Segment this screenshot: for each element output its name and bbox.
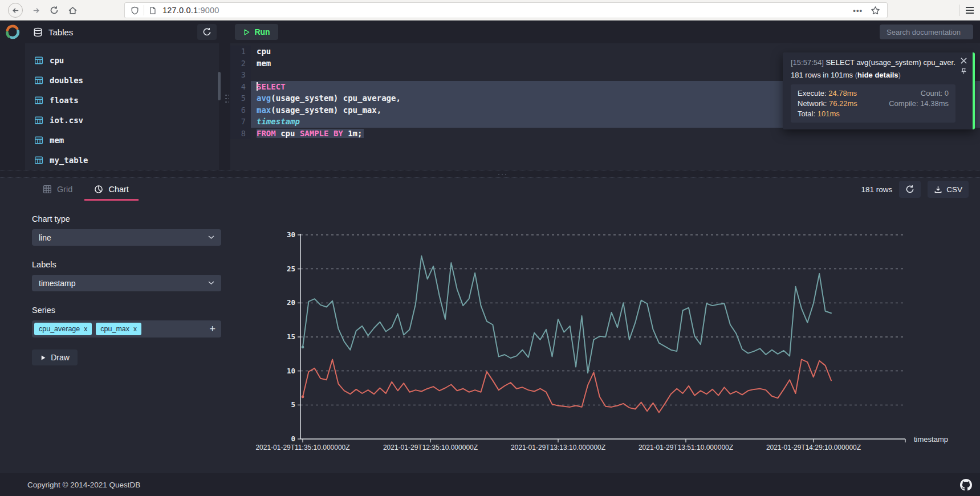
row-count: 181 rows — [861, 185, 892, 194]
results-chart: 0510152025302021-01-29T11:35:10.000000Z2… — [251, 211, 980, 462]
table-name: doubles — [50, 76, 83, 85]
svg-text:25: 25 — [287, 265, 295, 273]
chart-type-value: line — [39, 233, 51, 242]
app-footer: Copyright © 2014-2021 QuestDB — [0, 473, 980, 496]
metric-network: Network: 76.22ms — [798, 99, 857, 108]
browser-reload-button[interactable] — [47, 3, 62, 18]
query-notification-popup: [15:57:54] SELECT avg(usage_system) cpu_… — [783, 52, 975, 129]
table-icon — [34, 136, 43, 145]
metric-count: Count: 0 — [889, 89, 949, 97]
svg-text:0: 0 — [291, 434, 295, 443]
grid-icon — [43, 185, 52, 194]
table-icon — [34, 116, 43, 125]
table-icon — [34, 156, 43, 165]
results-header: Grid Chart 181 rows CSV — [0, 178, 980, 201]
table-item-cpu[interactable]: cpu — [25, 50, 219, 70]
table-item-mem[interactable]: mem — [25, 130, 219, 150]
chart-controls: Chart type line Labels timestamp Series … — [32, 214, 221, 365]
svg-text:2021-01-29T13:13:10.000000Z: 2021-01-29T13:13:10.000000Z — [511, 444, 605, 452]
table-item-my_table[interactable]: my_table — [25, 150, 219, 170]
notification-summary: 181 rows in 101ms (hide details) — [791, 71, 955, 79]
table-name: iot.csv — [50, 116, 83, 125]
svg-text:10: 10 — [287, 367, 295, 375]
tables-scrollbar[interactable] — [218, 72, 221, 100]
play-icon — [40, 355, 46, 361]
browser-forward-button[interactable] — [29, 3, 43, 18]
screen: 127.0.0.1:9000 ••• — [0, 0, 980, 496]
tab-chart[interactable]: Chart — [83, 178, 139, 201]
run-query-button[interactable]: Run — [235, 24, 278, 40]
url-port: :9000 — [198, 6, 219, 15]
svg-text:30: 30 — [287, 230, 295, 239]
search-documentation-input[interactable] — [880, 25, 973, 39]
github-link[interactable] — [960, 479, 972, 491]
svg-text:5: 5 — [291, 400, 295, 409]
close-icon[interactable] — [960, 57, 967, 64]
tables-panel-header: Tables — [25, 21, 221, 43]
notification-timestamp: [15:57:54] — [791, 58, 824, 67]
remove-series-icon[interactable]: x — [84, 325, 87, 333]
line-number: 4 — [230, 81, 251, 93]
table-item-iot.csv[interactable]: iot.csv — [25, 110, 219, 130]
page-actions-ellipsis-icon[interactable]: ••• — [853, 6, 863, 15]
browser-chrome: 127.0.0.1:9000 ••• — [0, 0, 980, 21]
download-icon — [934, 185, 942, 194]
horizontal-splitter[interactable] — [0, 170, 980, 178]
labels-select[interactable]: timestamp — [32, 275, 221, 291]
browser-menu-button[interactable] — [962, 3, 977, 18]
metric-execute: Execute: 24.78ms — [798, 89, 857, 97]
series-tag-cpu_max[interactable]: cpu_maxx — [96, 323, 141, 335]
svg-text:timestamp: timestamp — [914, 435, 948, 444]
tab-grid-label: Grid — [57, 185, 72, 194]
add-series-button[interactable]: + — [209, 324, 215, 334]
table-icon — [34, 96, 43, 105]
svg-text:15: 15 — [287, 332, 295, 341]
query-metrics-box: Execute: 24.78ms Network: 76.22ms Total:… — [791, 84, 955, 123]
browser-home-button[interactable] — [65, 3, 80, 18]
divider — [959, 5, 959, 16]
horizontal-splitter-handle[interactable] — [497, 173, 507, 177]
questdb-logo[interactable] — [0, 21, 25, 43]
line-number: 1 — [230, 46, 251, 58]
series-tags: cpu_averagexcpu_maxx — [34, 323, 141, 335]
download-csv-button[interactable]: CSV — [928, 181, 969, 198]
home-icon — [68, 6, 78, 15]
tab-grid[interactable]: Grid — [32, 178, 83, 201]
series-tag-label: cpu_average — [39, 325, 80, 333]
play-icon — [243, 29, 250, 36]
table-item-floats[interactable]: floats — [25, 90, 219, 110]
page-info-icon[interactable] — [149, 6, 157, 15]
pin-icon[interactable] — [960, 67, 967, 75]
line-number: 7 — [230, 116, 251, 128]
shield-icon[interactable] — [131, 6, 139, 15]
series-tag-label: cpu_max — [100, 325, 129, 333]
pie-chart-icon — [94, 185, 103, 194]
url-host: 127.0.0.1 — [162, 6, 198, 15]
draw-button[interactable]: Draw — [32, 349, 78, 365]
remove-series-icon[interactable]: x — [133, 325, 137, 333]
forward-arrow-icon — [32, 6, 40, 15]
series-tag-cpu_average[interactable]: cpu_averagex — [34, 323, 92, 335]
hamburger-icon — [965, 6, 974, 14]
table-item-doubles[interactable]: doubles — [25, 70, 219, 90]
csv-button-label: CSV — [946, 185, 962, 194]
bookmark-star-icon[interactable] — [871, 6, 880, 15]
chart-type-select[interactable]: line — [32, 229, 221, 246]
tab-chart-label: Chart — [108, 185, 128, 194]
browser-back-button[interactable] — [8, 3, 23, 18]
address-bar[interactable]: 127.0.0.1:9000 ••• — [124, 2, 888, 18]
line-number: 6 — [230, 104, 251, 116]
svg-text:2021-01-29T11:35:10.000000Z: 2021-01-29T11:35:10.000000Z — [255, 444, 349, 452]
table-name: my_table — [50, 156, 88, 165]
refresh-results-button[interactable] — [899, 181, 921, 198]
series-input[interactable]: cpu_averagexcpu_maxx + — [32, 320, 221, 338]
hide-details-link[interactable]: hide details — [857, 71, 898, 79]
back-arrow-icon — [11, 6, 20, 15]
database-icon — [33, 27, 43, 37]
github-icon — [960, 479, 972, 491]
refresh-tables-button[interactable] — [197, 24, 217, 40]
line-number: 5 — [230, 92, 251, 104]
questdb-console: Tables Run </> cpudoublesfloatsiot.csvme… — [0, 21, 980, 496]
vertical-splitter-handle[interactable] — [225, 93, 229, 103]
tables-list: cpudoublesfloatsiot.csvmemmy_table — [25, 43, 219, 170]
